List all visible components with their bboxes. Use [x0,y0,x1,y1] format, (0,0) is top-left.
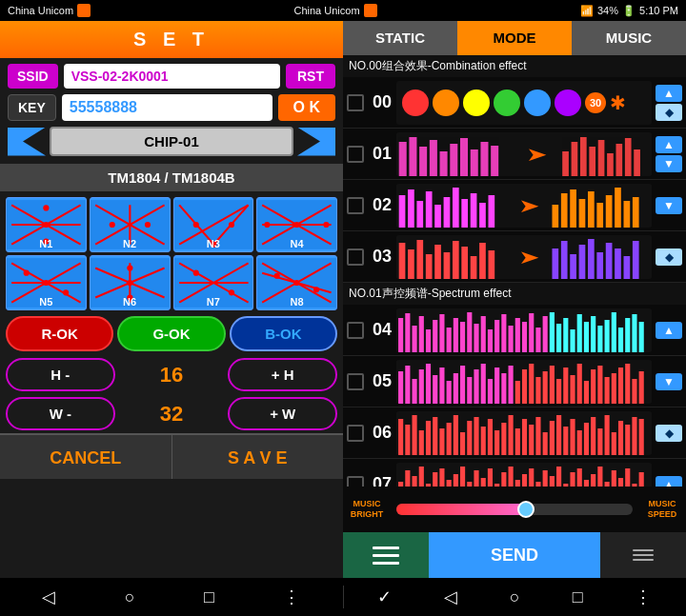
effect-01-num: 01 [368,144,396,164]
slider-thumb[interactable] [517,501,535,518]
send-button[interactable]: SEND [429,532,600,578]
effect-06-checkbox[interactable] [347,425,364,442]
svg-rect-209 [488,419,493,455]
b-ok-button[interactable]: B-OK [230,316,337,351]
pattern-n2[interactable]: N2 [90,197,171,252]
cancel-button[interactable]: CANCEL [0,433,172,479]
svg-rect-66 [562,151,569,176]
back-button[interactable]: ◁ [34,583,63,611]
svg-rect-104 [444,252,451,279]
rst-button[interactable]: RST [286,64,335,89]
r-ok-button[interactable]: R-OK [6,316,113,351]
effect-03-checkbox[interactable] [347,248,364,266]
key-value[interactable]: 55558888 [62,94,272,121]
brightness-slider[interactable] [396,504,633,515]
pattern-n8[interactable]: N8 [256,255,337,310]
menu-button[interactable] [343,532,429,578]
svg-point-18 [192,222,198,228]
effect-01-up[interactable]: ▲ [656,136,682,153]
h-minus-button[interactable]: H - [6,358,115,391]
nav-recents-right[interactable]: □ [565,584,591,611]
nav-check[interactable]: ✓ [370,583,399,611]
pattern-n1[interactable]: N1 [6,197,87,252]
svg-rect-235 [412,476,416,487]
tab-mode[interactable]: MODE [457,21,572,55]
svg-rect-123 [405,313,410,352]
pattern-n7[interactable]: N7 [173,255,254,310]
svg-rect-237 [426,484,431,487]
svg-rect-92 [588,191,595,228]
tab-music[interactable]: MUSIC [572,21,686,55]
effect-02-preview: ➤ [396,184,652,228]
h-plus-button[interactable]: + H [228,358,337,391]
effect-05-checkbox[interactable] [347,373,364,390]
svg-rect-58 [430,140,437,176]
effect-04-up[interactable]: ▲ [656,322,682,339]
pattern-n3[interactable]: N3 [173,197,254,252]
pattern-n4[interactable]: N4 [256,197,337,252]
effect-03-move[interactable]: ◆ [656,248,682,266]
w-plus-button[interactable]: + W [228,397,337,430]
options-button[interactable] [600,532,686,578]
chip-display: CHIP-01 [50,127,293,156]
svg-rect-165 [439,368,444,404]
chip-prev-button[interactable] [8,128,46,156]
svg-rect-112 [561,241,568,279]
effect-07-up[interactable]: ▲ [656,476,682,487]
svg-rect-252 [529,468,534,487]
svg-rect-172 [488,379,493,404]
svg-rect-156 [632,314,636,352]
svg-rect-175 [509,366,514,404]
recents-button[interactable]: □ [196,584,222,611]
tab-static[interactable]: STATIC [343,21,457,55]
svg-rect-127 [433,320,437,352]
pattern-n6[interactable]: N6 [90,255,171,310]
svg-rect-155 [625,318,630,352]
nav-back-right[interactable]: ◁ [436,583,465,611]
svg-rect-55 [399,142,407,176]
svg-rect-176 [515,381,520,404]
nav-more-right[interactable]: ⋮ [627,583,659,611]
svg-rect-94 [606,195,613,228]
effect-00-checkbox[interactable] [347,94,364,111]
pattern-n1-label: N1 [7,238,86,249]
effect-row-05: 05 [343,356,686,407]
effect-00-actions: ▲ ◆ [656,85,682,121]
effect-05-down[interactable]: ▼ [656,373,682,390]
svg-rect-63 [480,142,488,176]
svg-rect-217 [543,432,548,455]
effect-01-checkbox[interactable] [347,146,364,163]
svg-rect-120 [633,241,639,279]
effect-02-num: 02 [368,195,396,215]
svg-rect-91 [579,199,586,228]
svg-rect-239 [439,468,444,487]
svg-rect-215 [529,425,534,455]
save-button[interactable]: S A V E [172,433,344,479]
effect-07-checkbox[interactable] [347,476,364,487]
svg-rect-133 [474,324,478,352]
effect-04-checkbox[interactable] [347,322,364,339]
effect-01-down[interactable]: ▼ [656,155,682,172]
svg-text:➤: ➤ [518,247,540,268]
effect-00-move[interactable]: ◆ [656,104,682,121]
g-ok-button[interactable]: G-OK [117,316,225,351]
effect-02-down[interactable]: ▼ [656,197,682,214]
svg-rect-258 [570,472,575,487]
effect-00-up[interactable]: ▲ [656,85,682,102]
nav-home-right[interactable]: ○ [502,584,528,611]
pattern-n5[interactable]: N5 [6,255,87,310]
svg-rect-107 [471,256,477,279]
effect-06-move[interactable]: ◆ [656,425,682,442]
more-button[interactable]: ⋮ [275,583,308,611]
w-minus-button[interactable]: W - [6,397,115,430]
svg-rect-193 [632,379,636,404]
svg-rect-56 [409,137,416,176]
home-button[interactable]: ○ [117,584,143,611]
svg-rect-61 [460,138,468,176]
svg-rect-166 [447,381,452,404]
svg-rect-231 [639,419,644,455]
effect-02-checkbox[interactable] [347,197,364,214]
svg-rect-138 [509,326,514,352]
chip-next-button[interactable] [297,128,335,156]
ok-button[interactable]: O K [278,94,335,121]
